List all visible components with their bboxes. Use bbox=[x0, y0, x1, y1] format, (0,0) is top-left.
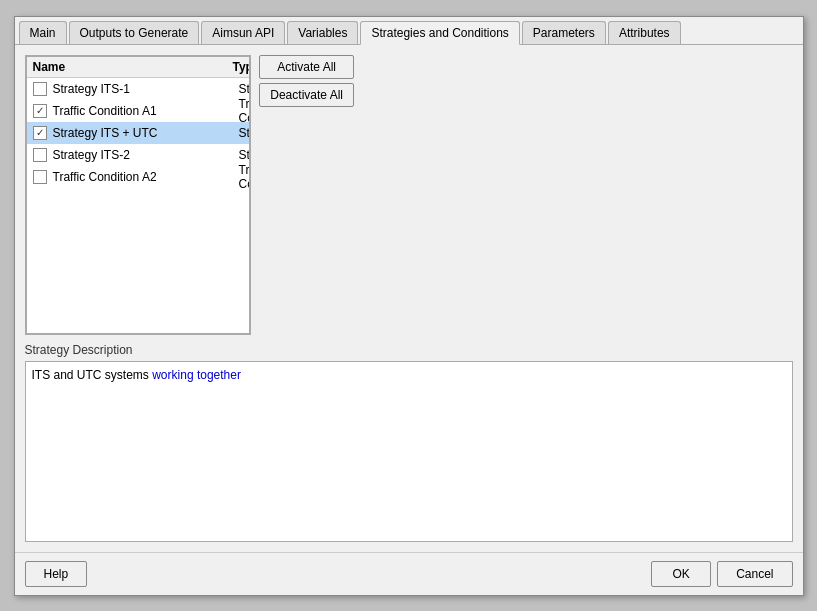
row-4-type: Strategy bbox=[239, 148, 250, 162]
row-1-name: Strategy ITS-1 bbox=[53, 82, 239, 96]
table-row[interactable]: Traffic Condition A2 Traffic Condition bbox=[27, 166, 250, 188]
tab-main[interactable]: Main bbox=[19, 21, 67, 44]
tab-strategies[interactable]: Strategies and Conditions bbox=[360, 21, 519, 45]
tab-attributes[interactable]: Attributes bbox=[608, 21, 681, 44]
help-button[interactable]: Help bbox=[25, 561, 88, 587]
table-row[interactable]: ✓ Strategy ITS + UTC Strategy bbox=[27, 122, 250, 144]
row-1-type: Strategy bbox=[239, 82, 250, 96]
col-header-name: Name bbox=[33, 60, 233, 74]
description-section: Strategy Description ITS and UTC systems… bbox=[25, 343, 793, 542]
main-dialog: Main Outputs to Generate Aimsun API Vari… bbox=[14, 16, 804, 596]
tab-outputs[interactable]: Outputs to Generate bbox=[69, 21, 200, 44]
row-4-name: Strategy ITS-2 bbox=[53, 148, 239, 162]
description-label: Strategy Description bbox=[25, 343, 793, 357]
side-buttons: Activate All Deactivate All bbox=[259, 55, 354, 335]
content-area: Name Type Strategy ITS-1 Strategy ✓ bbox=[15, 45, 803, 552]
row-3-checkbox[interactable]: ✓ bbox=[33, 126, 47, 140]
activate-all-button[interactable]: Activate All bbox=[259, 55, 354, 79]
table-row[interactable]: ✓ Traffic Condition A1 Traffic Condition bbox=[27, 100, 250, 122]
description-box: ITS and UTC systems working together bbox=[25, 361, 793, 542]
row-5-checkbox[interactable] bbox=[33, 170, 47, 184]
tab-aimsun[interactable]: Aimsun API bbox=[201, 21, 285, 44]
tab-bar: Main Outputs to Generate Aimsun API Vari… bbox=[15, 17, 803, 45]
dialog-footer: Help OK Cancel bbox=[15, 552, 803, 595]
row-5-name: Traffic Condition A2 bbox=[53, 170, 239, 184]
footer-right-buttons: OK Cancel bbox=[651, 561, 792, 587]
deactivate-all-button[interactable]: Deactivate All bbox=[259, 83, 354, 107]
row-5-type: Traffic Condition bbox=[239, 163, 250, 191]
table-row[interactable]: Strategy ITS-1 Strategy bbox=[27, 78, 250, 100]
list-body: Strategy ITS-1 Strategy ✓ Traffic Condit… bbox=[27, 78, 250, 333]
top-section: Name Type Strategy ITS-1 Strategy ✓ bbox=[25, 55, 793, 335]
strategies-list: Name Type Strategy ITS-1 Strategy ✓ bbox=[26, 56, 251, 334]
tab-parameters[interactable]: Parameters bbox=[522, 21, 606, 44]
cancel-button[interactable]: Cancel bbox=[717, 561, 792, 587]
ok-button[interactable]: OK bbox=[651, 561, 711, 587]
row-2-type: Traffic Condition bbox=[239, 97, 250, 125]
row-1-checkbox[interactable] bbox=[33, 82, 47, 96]
col-header-type: Type bbox=[233, 60, 251, 74]
description-text-highlight: working together bbox=[152, 368, 241, 382]
row-2-name: Traffic Condition A1 bbox=[53, 104, 239, 118]
tab-variables[interactable]: Variables bbox=[287, 21, 358, 44]
row-4-checkbox[interactable] bbox=[33, 148, 47, 162]
list-header: Name Type bbox=[27, 57, 250, 78]
description-text-before: ITS and UTC systems bbox=[32, 368, 153, 382]
strategies-list-container: Name Type Strategy ITS-1 Strategy ✓ bbox=[25, 55, 252, 335]
table-row[interactable]: Strategy ITS-2 Strategy bbox=[27, 144, 250, 166]
row-3-name: Strategy ITS + UTC bbox=[53, 126, 239, 140]
row-3-type: Strategy bbox=[239, 126, 250, 140]
row-2-checkbox[interactable]: ✓ bbox=[33, 104, 47, 118]
